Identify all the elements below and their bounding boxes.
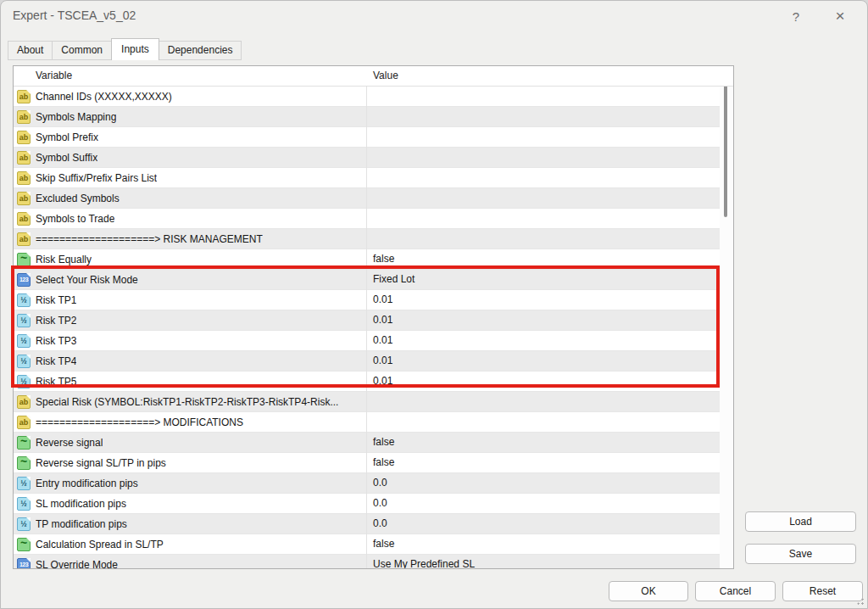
double-parameter-icon: ½ xyxy=(17,497,31,511)
expert-properties-dialog: Expert - TSCEA_v5_02 ? × AboutCommonInpu… xyxy=(0,0,868,609)
parameter-value[interactable]: false xyxy=(373,453,394,472)
parameter-name: ====================> RISK MANAGEMENT xyxy=(36,233,263,245)
parameter-name: Skip Suffix/Prefix Pairs List xyxy=(36,172,157,184)
parameter-value[interactable]: false xyxy=(373,534,394,554)
parameter-name: Symbol Suffix xyxy=(36,152,97,164)
parameter-name: Calculation Spread in SL/TP xyxy=(36,539,164,550)
parameter-value[interactable]: 0.01 xyxy=(373,290,392,310)
parameter-name: Reverse signal SL/TP in pips xyxy=(36,457,166,469)
parameter-name: Risk Equally xyxy=(36,254,92,265)
column-divider xyxy=(366,66,367,568)
parameter-value[interactable]: false xyxy=(373,249,394,269)
double-parameter-icon: ½ xyxy=(17,477,31,490)
column-header-value: Value xyxy=(373,70,398,81)
double-parameter-icon: ½ xyxy=(17,355,31,368)
column-header-variable: Variable xyxy=(36,70,72,81)
parameter-name: Risk TP3 xyxy=(36,335,76,347)
parameter-value[interactable]: 0.01 xyxy=(373,310,392,330)
tab-inputs[interactable]: Inputs xyxy=(111,38,159,60)
string-parameter-icon: ab xyxy=(17,171,31,185)
parameter-name: Channel IDs (XXXXX,XXXXX) xyxy=(36,91,172,103)
parameter-value[interactable]: false xyxy=(373,433,394,452)
double-parameter-icon: ½ xyxy=(17,334,31,348)
parameter-name: SL Override Mode xyxy=(36,559,118,569)
parameter-name: ====================> MODIFICATIONS xyxy=(36,416,243,428)
tab-common[interactable]: Common xyxy=(53,41,112,60)
title-bar: Expert - TSCEA_v5_02 ? × xyxy=(1,1,867,31)
string-parameter-icon: ab xyxy=(17,212,31,226)
double-parameter-icon: ½ xyxy=(17,375,31,388)
parameter-name: Reverse signal xyxy=(36,437,103,449)
tab-label: Common xyxy=(61,44,103,56)
tab-bar: AboutCommonInputsDependencies xyxy=(8,38,242,60)
parameter-name: Excluded Symbols xyxy=(36,193,120,204)
string-parameter-icon: ab xyxy=(17,131,31,144)
bool-parameter-icon: ~ xyxy=(17,436,31,450)
string-parameter-icon: ab xyxy=(17,395,31,409)
double-parameter-icon: ½ xyxy=(17,293,31,307)
parameter-name: Entry modification pips xyxy=(36,478,138,489)
close-button[interactable]: × xyxy=(821,1,859,31)
list-header: Variable Value xyxy=(14,66,733,87)
parameter-value[interactable]: 0.0 xyxy=(373,494,387,513)
parameter-name: Risk TP4 xyxy=(36,355,76,367)
string-parameter-icon: ab xyxy=(17,151,31,165)
parameter-value[interactable]: 0.0 xyxy=(373,473,387,493)
tab-label: Dependencies xyxy=(168,44,233,56)
double-parameter-icon: ½ xyxy=(17,517,31,531)
string-parameter-icon: ab xyxy=(17,192,31,205)
load-button[interactable]: Load xyxy=(745,511,856,532)
double-parameter-icon: ½ xyxy=(17,314,31,327)
parameter-value[interactable]: 0.01 xyxy=(373,372,392,391)
parameter-name: Risk TP5 xyxy=(36,376,76,388)
parameter-value[interactable]: Fixed Lot xyxy=(373,270,415,289)
parameter-name: Risk TP2 xyxy=(36,315,76,327)
string-parameter-icon: ab xyxy=(17,232,31,246)
reset-button[interactable]: Reset xyxy=(782,581,863,601)
window-title: Expert - TSCEA_v5_02 xyxy=(13,8,136,22)
parameter-name: Symbols Mapping xyxy=(36,111,116,123)
parameter-name: Select Your Risk Mode xyxy=(36,274,138,286)
scrollbar-thumb[interactable] xyxy=(724,83,727,217)
parameter-value[interactable]: Use My Predefined SL xyxy=(373,555,475,568)
parameter-name: Symbols to Trade xyxy=(36,213,114,225)
parameter-name: Symbol Prefix xyxy=(36,131,98,143)
cancel-button[interactable]: Cancel xyxy=(695,581,776,601)
bool-parameter-icon: ~ xyxy=(17,538,31,551)
string-parameter-icon: ab xyxy=(17,416,31,429)
parameter-name: Risk TP1 xyxy=(36,294,76,306)
parameter-name: Special Risk (SYMBOL:RiskTP1-RiskTP2-Ris… xyxy=(36,396,338,408)
tab-dependencies[interactable]: Dependencies xyxy=(159,41,242,60)
bool-parameter-icon: ~ xyxy=(17,253,31,266)
tab-label: Inputs xyxy=(121,43,149,55)
parameter-value[interactable]: 0.01 xyxy=(373,351,392,371)
parameter-value[interactable]: 0.0 xyxy=(373,514,387,534)
int-parameter-icon: 123 xyxy=(17,558,31,569)
string-parameter-icon: ab xyxy=(17,110,31,124)
save-button[interactable]: Save xyxy=(745,544,856,564)
tab-label: About xyxy=(17,44,43,56)
bool-parameter-icon: ~ xyxy=(17,456,31,470)
parameter-value[interactable]: 0.01 xyxy=(373,331,392,350)
parameters-list: Variable Value ab Channel IDs (XXXXX,XXX… xyxy=(13,65,734,569)
parameter-name: SL modification pips xyxy=(36,498,126,510)
int-parameter-icon: 123 xyxy=(17,273,31,287)
string-parameter-icon: ab xyxy=(17,90,31,103)
scrollbar-track[interactable] xyxy=(720,66,733,568)
ok-button[interactable]: OK xyxy=(609,581,688,601)
parameter-name: TP modification pips xyxy=(36,518,127,530)
tab-about[interactable]: About xyxy=(8,41,53,60)
help-button[interactable]: ? xyxy=(777,1,815,31)
